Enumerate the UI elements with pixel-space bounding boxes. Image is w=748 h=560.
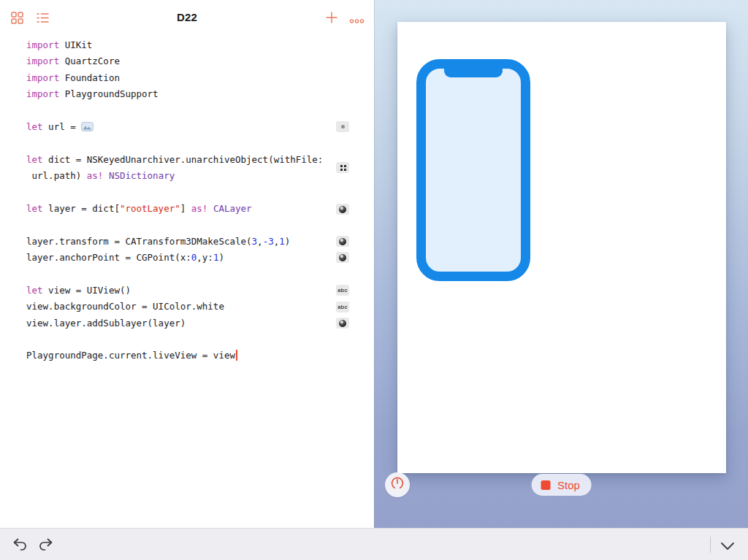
editor-toolbar: D22 (0, 0, 374, 35)
text-cursor (236, 350, 237, 361)
more-icon[interactable] (349, 14, 365, 27)
code-line[interactable] (26, 331, 342, 348)
code-line[interactable] (26, 103, 342, 119)
stop-button[interactable]: Stop (531, 474, 592, 496)
code-line[interactable]: let url = (26, 119, 342, 135)
chevron-down-icon[interactable] (720, 540, 735, 553)
code-line[interactable]: import PlaygroundSupport (26, 86, 342, 102)
code-line[interactable] (26, 266, 342, 282)
result-badge-sphere[interactable] (336, 236, 349, 247)
page-title: D22 (0, 11, 374, 23)
result-badge-sphere[interactable] (336, 252, 349, 263)
code-line[interactable] (26, 185, 342, 201)
result-badge-dot[interactable] (336, 121, 349, 132)
phone-notch (444, 68, 503, 77)
add-icon[interactable] (326, 12, 337, 26)
code-line[interactable] (26, 135, 342, 151)
result-badge-abc[interactable]: abc (336, 285, 349, 296)
code-line[interactable]: view.layer.addSublayer(layer) (26, 315, 342, 331)
code-line[interactable]: PlaygroundPage.current.liveView = view (26, 348, 342, 364)
playgrounds-window: D22 import UIKitimport QuartzCoreimport … (0, 0, 748, 560)
code-line[interactable]: layer.transform = CATransform3DMakeScale… (26, 234, 342, 250)
redo-icon[interactable] (38, 538, 53, 554)
stop-button-label: Stop (557, 479, 580, 491)
stop-square-icon (541, 480, 550, 490)
code-line[interactable]: import QuartzCore (26, 53, 342, 69)
result-badge-grid[interactable] (336, 162, 349, 173)
timer-gauge-icon (390, 476, 405, 494)
phone-outline-drawing (416, 59, 530, 281)
keyboard-accessory-bar (0, 528, 748, 560)
timer-gauge-button[interactable] (385, 472, 410, 497)
code-line[interactable]: import UIKit (26, 37, 342, 53)
code-line[interactable]: url.path) as! NSDictionary (26, 168, 342, 184)
result-badge-sphere[interactable] (336, 318, 349, 329)
live-view-canvas (397, 22, 726, 473)
result-badge-abc[interactable]: abc (336, 302, 349, 312)
live-view-pane: Stop (374, 0, 748, 528)
image-literal-icon[interactable] (81, 120, 94, 137)
code-editor[interactable]: import UIKitimport QuartzCoreimport Foun… (26, 37, 342, 364)
code-line[interactable]: let view = UIView() (26, 283, 342, 299)
code-line[interactable]: view.backgroundColor = UIColor.white (26, 299, 342, 315)
code-line[interactable]: let dict = NSKeyedUnarchiver.unarchiveOb… (26, 152, 342, 168)
code-line[interactable] (26, 217, 342, 233)
code-line[interactable]: let layer = dict["rootLayer"] as! CALaye… (26, 201, 342, 217)
source-editor-pane: D22 import UIKitimport QuartzCoreimport … (0, 0, 374, 528)
code-line[interactable]: import Foundation (26, 70, 342, 86)
code-line[interactable]: layer.anchorPoint = CGPoint(x:0,y:1) (26, 250, 342, 266)
result-badge-sphere[interactable] (336, 204, 349, 215)
undo-icon[interactable] (12, 538, 28, 554)
accessory-divider (710, 537, 711, 553)
